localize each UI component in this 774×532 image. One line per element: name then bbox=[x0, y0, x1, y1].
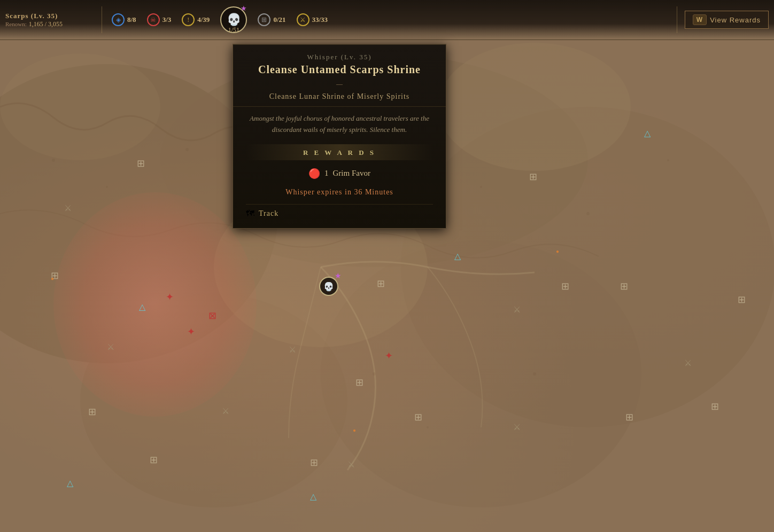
view-rewards-button[interactable]: W View Rewards bbox=[685, 11, 769, 29]
waypoints-icon: ◈ bbox=[112, 13, 125, 26]
hud-character-info: Scarps (Lv. 35) Renown: 1,165 / 3,055 bbox=[5, 12, 91, 28]
map-icon-dungeon: ⊞ bbox=[355, 377, 363, 388]
reward-quantity: 1 bbox=[324, 169, 329, 178]
popup-title: Cleanse Untamed Scarps Shrine bbox=[244, 64, 435, 76]
map-icon-skull: ⊠ bbox=[208, 310, 216, 322]
renown-value: 1,165 / 3,055 bbox=[29, 20, 63, 28]
map-icon-dungeon: ⊞ bbox=[137, 158, 145, 169]
svg-point-16 bbox=[427, 426, 429, 428]
svg-point-15 bbox=[373, 372, 376, 375]
map-icon-dungeon: ⊞ bbox=[414, 411, 422, 423]
hud-bar: Scarps (Lv. 35) Renown: 1,165 / 3,055 ◈ … bbox=[0, 0, 774, 40]
popup-header: Whisper (Lv. 35) Cleanse Untamed Scarps … bbox=[233, 44, 446, 106]
popup-subtitle: Cleanse Lunar Shrine of Miserly Spirits bbox=[244, 92, 435, 101]
popup-track-row[interactable]: 🗺 Track bbox=[246, 204, 433, 221]
hud-stat-shrines: ⊞ 0/21 bbox=[253, 11, 290, 28]
svg-point-8 bbox=[0, 53, 160, 160]
popup-rewards-title: R E W A R D S bbox=[303, 148, 376, 157]
track-icon: 🗺 bbox=[246, 209, 254, 218]
map-icon-dungeon: ⊞ bbox=[529, 171, 537, 183]
map-icon-fork: ⚔ bbox=[64, 203, 72, 213]
shrines-icon: ⊞ bbox=[258, 13, 270, 26]
hud-whispers-center: 💀 ★ 1/51 bbox=[220, 6, 247, 33]
dungeons-value: 3/3 bbox=[162, 15, 172, 24]
map-icon-fork: ⚔ bbox=[513, 422, 521, 432]
challenges-icon: ⚔ bbox=[297, 13, 309, 26]
map-icon-dungeon: ⊞ bbox=[561, 280, 569, 292]
popup-expires: Whisper expires in 36 Minutes bbox=[246, 187, 433, 197]
map-icon-fork: ⚔ bbox=[347, 459, 355, 470]
view-rewards-label: View Rewards bbox=[710, 16, 761, 24]
map-icon-fork: ⚔ bbox=[289, 345, 296, 355]
popup-lore-text: Amongst the joyful chorus of honored anc… bbox=[246, 113, 433, 136]
shrines-value: 0/21 bbox=[273, 15, 285, 24]
quests-value: 4/39 bbox=[197, 15, 210, 24]
quests-icon: ! bbox=[182, 13, 195, 26]
character-name: Scarps (Lv. 35) bbox=[5, 12, 91, 20]
map-icon-fork: ⚔ bbox=[513, 304, 521, 315]
map-icon-altar: △ bbox=[454, 251, 461, 261]
map-icon-fork: ⚔ bbox=[684, 358, 692, 368]
popup-whisper-label: Whisper (Lv. 35) bbox=[244, 53, 435, 61]
svg-point-13 bbox=[586, 212, 590, 215]
map-icon-altar: △ bbox=[310, 491, 316, 502]
map-icon-fork: ⚔ bbox=[107, 342, 114, 352]
svg-point-12 bbox=[480, 186, 482, 188]
grim-favor-icon: 🔴 bbox=[308, 168, 320, 179]
svg-point-9 bbox=[52, 159, 55, 162]
popup-body: Amongst the joyful chorus of honored anc… bbox=[233, 106, 446, 228]
hud-divider-1 bbox=[102, 6, 102, 33]
hud-stat-dungeons: ☠ 3/3 bbox=[143, 11, 176, 28]
popup-divider-ornament: — bbox=[244, 80, 435, 88]
hud-divider-2 bbox=[677, 6, 677, 33]
map-icon-fork: ⚔ bbox=[222, 406, 229, 416]
map-icon-orange_dot: ● bbox=[51, 276, 54, 281]
map-icon-dungeon: ⊞ bbox=[625, 411, 633, 423]
svg-point-17 bbox=[533, 372, 536, 375]
map-icon-dungeon: ⊞ bbox=[711, 401, 719, 412]
map-icon-dungeon: ⊞ bbox=[738, 294, 746, 306]
renown-label: Renown: bbox=[5, 21, 27, 27]
map-icon-skull: ✦ bbox=[385, 350, 393, 362]
hud-stat-challenges: ⚔ 33/33 bbox=[292, 11, 332, 28]
svg-point-14 bbox=[667, 159, 669, 161]
map-icon-skull: ✦ bbox=[166, 291, 174, 303]
map-icon-altar: △ bbox=[67, 478, 73, 488]
player-marker: 💀 ★ bbox=[318, 276, 339, 297]
hud-stat-waypoints: ◈ 8/8 bbox=[107, 11, 141, 28]
hud-right-section: W View Rewards bbox=[674, 6, 769, 33]
dungeons-icon: ☠ bbox=[147, 13, 160, 26]
map-icon-dungeon: ⊞ bbox=[377, 278, 385, 290]
popup-reward-item: 🔴 1 Grim Favor bbox=[246, 168, 433, 179]
map-icon-altar: △ bbox=[139, 302, 145, 312]
challenges-value: 33/33 bbox=[312, 15, 328, 24]
whisper-popup: Whisper (Lv. 35) Cleanse Untamed Scarps … bbox=[233, 44, 446, 229]
map-icon-dungeon: ⊞ bbox=[88, 406, 96, 418]
map-icon-orange_dot: ● bbox=[353, 427, 356, 433]
map-icon-altar: △ bbox=[644, 128, 651, 138]
reward-name: Grim Favor bbox=[333, 169, 370, 178]
zone-highlight bbox=[53, 192, 257, 417]
map-icon-orange_dot: ● bbox=[556, 248, 559, 254]
popup-rewards-header: R E W A R D S bbox=[246, 144, 433, 160]
map-icon-dungeon: ⊞ bbox=[150, 454, 158, 466]
svg-point-10 bbox=[106, 186, 108, 188]
expires-text: Whisper expires in 36 Minutes bbox=[285, 188, 393, 196]
map-icon-dungeon: ⊞ bbox=[310, 457, 318, 468]
map-icon-dungeon: ⊞ bbox=[620, 280, 628, 292]
map-icon-skull: ✦ bbox=[187, 326, 195, 338]
track-label[interactable]: Track bbox=[259, 209, 278, 218]
svg-point-11 bbox=[185, 148, 189, 151]
waypoints-value: 8/8 bbox=[127, 15, 136, 24]
w-key-badge: W bbox=[693, 14, 707, 25]
svg-point-7 bbox=[438, 43, 631, 171]
hud-stat-quests: ! 4/39 bbox=[177, 11, 214, 28]
